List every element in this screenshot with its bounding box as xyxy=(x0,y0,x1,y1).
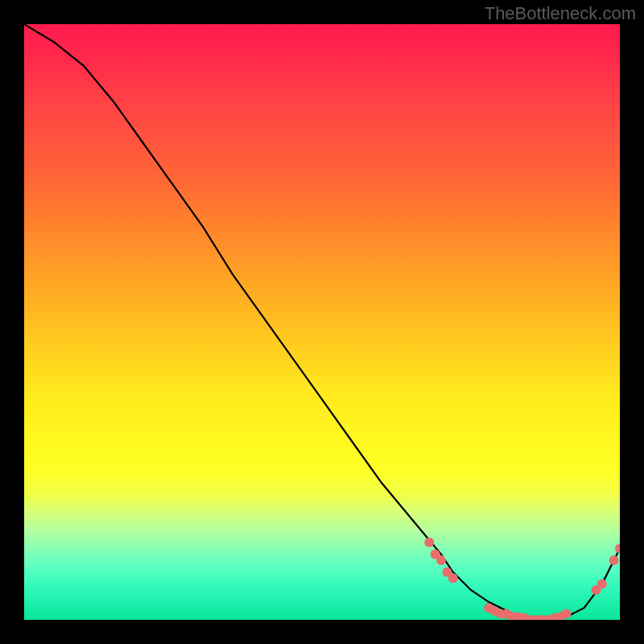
chart-markers xyxy=(424,538,620,620)
data-marker xyxy=(448,573,458,583)
data-marker xyxy=(615,543,620,553)
bottleneck-curve-line xyxy=(24,24,620,620)
data-marker xyxy=(436,555,446,565)
data-marker xyxy=(597,580,607,589)
chart-svg xyxy=(24,24,620,620)
watermark-text: TheBottleneck.com xyxy=(485,3,636,24)
data-marker xyxy=(609,555,619,565)
data-marker xyxy=(561,609,571,619)
chart-container: TheBottleneck.com xyxy=(0,0,644,644)
data-marker xyxy=(424,538,434,547)
plot-area xyxy=(24,24,620,620)
